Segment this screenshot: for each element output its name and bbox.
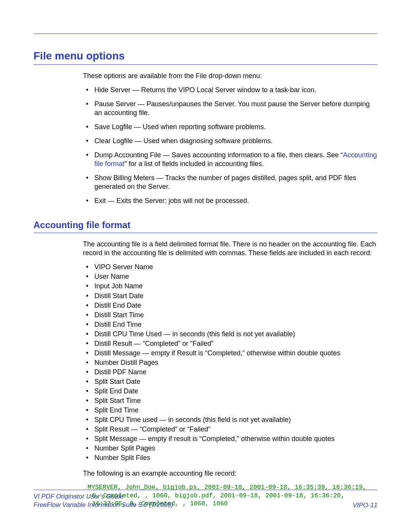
list-item: Split Result — “Completed” or “Failed” xyxy=(83,425,378,434)
list-item-pre: Dump Accounting File — Saves accounting … xyxy=(94,151,343,159)
list-item-text: Show Billing Meters — Tracks the number … xyxy=(94,174,356,190)
list-item-text: Split Result — “Completed” or “Failed” xyxy=(94,425,210,433)
list-item: Pause Server — Pauses/unpauses the Serve… xyxy=(83,100,378,117)
section1-intro: These options are available from the Fil… xyxy=(83,72,378,80)
footer-left: VI PDF Originator User's Guide FreeFlow … xyxy=(33,492,173,509)
list-item: User Name xyxy=(83,272,378,281)
footer-guide-title: VI PDF Originator User's Guide xyxy=(33,492,173,501)
list-item: Split Message — empty if result is “Comp… xyxy=(83,435,378,443)
list-item: Distill End Time xyxy=(83,320,378,329)
section1-body: These options are available from the Fil… xyxy=(33,72,378,205)
list-item: Split Start Date xyxy=(83,377,378,386)
list-item: Number Split Pages xyxy=(83,444,378,453)
list-item-text: Pause Server — Pauses/unpauses the Serve… xyxy=(94,100,370,117)
list-item-post: ” for a list of fields included in accou… xyxy=(124,160,264,168)
file-menu-list: Hide Server — Returns the VIPO Local Ser… xyxy=(83,86,378,205)
section-heading-accounting: Accounting file format xyxy=(33,220,378,233)
list-item: Dump Accounting File — Saves accounting … xyxy=(83,151,378,168)
section2-body: The accounting file is a field delimited… xyxy=(33,240,378,508)
list-item: Distill CPU Time Used — in seconds (this… xyxy=(83,330,378,339)
list-item-text: Distill Message — empty if Result is “Co… xyxy=(94,349,340,357)
list-item: Split End Time xyxy=(83,406,378,415)
example-intro: The following is an example accounting f… xyxy=(83,469,378,478)
list-item-text: Split Start Time xyxy=(94,397,141,404)
list-item: Hide Server — Returns the VIPO Local Ser… xyxy=(83,86,378,94)
list-item: Input Job Name xyxy=(83,282,378,291)
list-item-text: VIPO Server Name xyxy=(94,263,153,271)
list-item-text: Split End Time xyxy=(94,406,139,414)
list-item-text: Split End Date xyxy=(94,387,138,395)
list-item: Clear Logfile — Used when diagnosing sof… xyxy=(83,137,378,145)
list-item-text: Distill Start Date xyxy=(94,292,143,300)
list-item-text: Clear Logfile — Used when diagnosing sof… xyxy=(94,137,272,145)
list-item-text: Number Distill Pages xyxy=(94,359,158,366)
list-item-text: Distill Start Time xyxy=(94,311,144,319)
list-item: Show Billing Meters — Tracks the number … xyxy=(83,174,378,191)
section-heading-file-menu: File menu options xyxy=(33,50,378,65)
accounting-fields-list: VIPO Server Name User Name Input Job Nam… xyxy=(83,263,378,462)
list-item: Split Start Time xyxy=(83,396,378,405)
list-item-text: Input Job Name xyxy=(94,282,143,290)
list-item-text: Split CPU Time used — in seconds (this f… xyxy=(94,416,291,423)
list-item-text: User Name xyxy=(94,273,129,280)
list-item: VIPO Server Name xyxy=(83,263,378,272)
top-rule xyxy=(33,34,378,34)
list-item-text: Split Start Date xyxy=(94,378,140,385)
list-item: Distill Start Time xyxy=(83,311,378,320)
list-item-text: Distill CPU Time Used — in seconds (this… xyxy=(94,330,295,338)
document-page: File menu options These options are avai… xyxy=(0,0,411,508)
list-item-text: Exit — Exits the Server; jobs will not b… xyxy=(94,197,249,204)
list-item: Distill Result — “Completed” or “Failed” xyxy=(83,339,378,348)
list-item-text: Number Split Files xyxy=(94,454,150,462)
footer-page-number: VIPO-11 xyxy=(353,502,378,509)
list-item-text: Distill End Date xyxy=(94,302,141,309)
list-item: Split End Date xyxy=(83,387,378,396)
list-item-text: Distill PDF Name xyxy=(94,368,147,376)
list-item: Number Distill Pages xyxy=(83,358,378,367)
list-item-text: Save Logfile — Used when reporting softw… xyxy=(94,123,266,131)
list-item: Distill Start Date xyxy=(83,292,378,300)
list-item: Distill Message — empty if Result is “Co… xyxy=(83,349,378,358)
list-item: Exit — Exits the Server; jobs will not b… xyxy=(83,197,378,205)
list-item-text: Hide Server — Returns the VIPO Local Ser… xyxy=(94,86,316,94)
list-item: Split CPU Time used — in seconds (this f… xyxy=(83,415,378,424)
list-item: Distill End Date xyxy=(83,301,378,310)
page-footer: VI PDF Originator User's Guide FreeFlow … xyxy=(33,490,378,509)
list-item-text: Distill End Time xyxy=(94,321,142,328)
section2-intro: The accounting file is a field delimited… xyxy=(83,240,378,257)
footer-suite: FreeFlow Variable Information Suite 5.0 … xyxy=(33,501,173,509)
list-item-text: Split Message — empty if result is “Comp… xyxy=(94,435,335,443)
list-item: Distill PDF Name xyxy=(83,368,378,377)
list-item: Save Logfile — Used when reporting softw… xyxy=(83,123,378,131)
list-item: Number Split Files xyxy=(83,454,378,462)
list-item-text: Distill Result — “Completed” or “Failed” xyxy=(94,340,213,347)
list-item-text: Number Split Pages xyxy=(94,444,155,452)
